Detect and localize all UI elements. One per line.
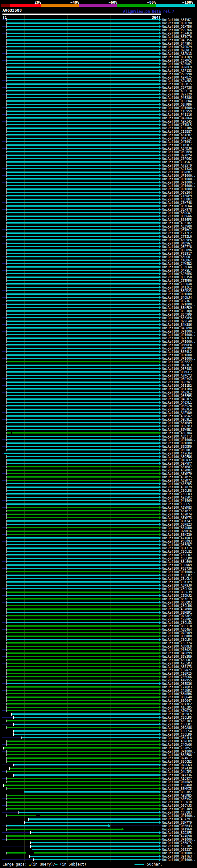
hit-label[interactable]: UniRef100_Q9Z237: [162, 848, 192, 851]
hit-label[interactable]: UniRef100_A9Z0M6: [162, 272, 192, 276]
hit-bar[interactable]: [7, 510, 159, 512]
hit-label[interactable]: UniRef100_C4JND2: [162, 689, 192, 692]
hit-label[interactable]: UniRef100_C4YCU4: [162, 452, 192, 455]
hit-bar[interactable]: [7, 77, 159, 78]
hit-label[interactable]: UniRef100_B9SK07: [162, 62, 192, 66]
hit-label[interactable]: UniRef100_B9TTW3: [162, 855, 192, 858]
hit-bar[interactable]: [7, 544, 159, 545]
hit-label[interactable]: UniRef100_Q0CA88: [162, 726, 192, 730]
hit-label[interactable]: UniRef100_C8CLR4: [162, 638, 192, 641]
hit-label[interactable]: UniRef100_Q95PN4: [162, 99, 192, 103]
hit-bar[interactable]: [7, 612, 159, 613]
hit-bar[interactable]: [7, 795, 159, 796]
hit-label[interactable]: UniRef100_C9EI05: [162, 845, 192, 848]
hit-bar[interactable]: [7, 188, 159, 190]
hit-bar[interactable]: [7, 808, 159, 809]
hit-label[interactable]: UniRef100_Q3THC7: [162, 228, 192, 231]
hit-bar[interactable]: [7, 558, 159, 559]
hit-bar[interactable]: [7, 744, 159, 745]
hit-label[interactable]: UniRef100_Q2I3E8: [162, 337, 192, 340]
hit-bar[interactable]: [7, 754, 159, 755]
hit-label[interactable]: UniRef100_C1BVS9: [162, 110, 192, 113]
hit-label[interactable]: UniRef100_Q4GXL2: [162, 391, 192, 394]
hit-bar[interactable]: [7, 490, 159, 491]
hit-bar[interactable]: [7, 104, 159, 105]
hit-bar[interactable]: [7, 432, 159, 434]
hit-label[interactable]: UniRef100_C5X4C8: [162, 32, 192, 35]
hit-label[interactable]: UniRef100_C5KTP9: [162, 581, 192, 584]
hit-bar[interactable]: [7, 761, 159, 762]
hit-label[interactable]: UniRef100_Q4YYJ6: [162, 773, 192, 777]
hit-bar[interactable]: [32, 849, 159, 850]
hit-bar[interactable]: [7, 530, 159, 532]
hit-label[interactable]: UniRef100_A7AQ98: [162, 834, 192, 838]
hit-label[interactable]: UniRef100_B4IZC2: [162, 286, 192, 289]
hit-label[interactable]: UniRef100_C8CLR7: [162, 553, 192, 557]
hit-label[interactable]: UniRef100_B4LDV0: [162, 327, 192, 330]
hit-bar[interactable]: [7, 595, 159, 596]
hit-bar[interactable]: [7, 263, 159, 264]
hit-label[interactable]: UniRef100_B4FJS6: [162, 38, 192, 42]
hit-label[interactable]: UniRef100_A6YM89: [162, 421, 192, 425]
hit-bar[interactable]: [7, 405, 159, 406]
hit-bar[interactable]: [7, 358, 159, 359]
hit-label[interactable]: UniRef100_Q4T091: [162, 140, 192, 144]
hit-label[interactable]: UniRef100_A9PBZ5: [162, 76, 192, 79]
hit-bar[interactable]: [7, 198, 159, 200]
hit-label[interactable]: UniRef100_B2AWT2: [162, 756, 192, 760]
hit-bar[interactable]: [7, 172, 159, 173]
hit-bar[interactable]: [7, 419, 159, 420]
hit-bar[interactable]: [7, 798, 159, 799]
hit-label[interactable]: UniRef100_A0D0E8: [162, 645, 192, 648]
hit-label[interactable]: UniRef100_C0SG66: [162, 675, 192, 679]
hit-bar[interactable]: [7, 676, 159, 677]
hit-bar[interactable]: [7, 375, 159, 376]
hit-label[interactable]: UniRef100_UPI000..: [162, 357, 195, 360]
hit-bar[interactable]: [7, 551, 159, 552]
hit-bar[interactable]: [7, 100, 159, 102]
hit-bar[interactable]: [7, 591, 159, 593]
hit-label[interactable]: UniRef100_A9PCT0: [162, 89, 192, 93]
hit-bar[interactable]: [7, 165, 159, 166]
hit-label[interactable]: UniRef100_UPI000..: [162, 184, 195, 188]
hit-label[interactable]: UniRef100_Q5I1D2: [162, 384, 192, 388]
hit-bar[interactable]: [7, 70, 159, 71]
hit-bar[interactable]: [7, 436, 159, 437]
hit-bar[interactable]: [7, 209, 159, 210]
hit-bar[interactable]: [7, 368, 159, 369]
hit-bar[interactable]: [7, 39, 159, 41]
hit-bar[interactable]: [7, 710, 159, 711]
hit-bar[interactable]: [7, 23, 159, 24]
hit-label[interactable]: UniRef100_B5Y3U9: [162, 655, 192, 658]
hit-label[interactable]: UniRef100_Q6PBF0: [162, 150, 192, 154]
hit-bar[interactable]: [7, 134, 159, 135]
hit-bar[interactable]: [7, 111, 159, 112]
hit-label[interactable]: UniRef100_C8CLS1: [162, 502, 192, 506]
hit-label[interactable]: UniRef100_A6RFU9: [162, 740, 192, 743]
hit-bar[interactable]: [7, 514, 159, 515]
hit-label[interactable]: UniRef100_UPI000..: [162, 303, 195, 306]
hit-bar[interactable]: [7, 300, 159, 302]
hit-bar[interactable]: [7, 757, 159, 759]
hit-bar[interactable]: [7, 131, 159, 132]
hit-label[interactable]: UniRef100_Q8MUE8: [162, 343, 192, 347]
hit-label[interactable]: UniRef100_Q4GXL1: [162, 401, 192, 404]
hit-label[interactable]: UniRef100_C8CLS2: [162, 550, 192, 553]
hit-label[interactable]: UniRef100_Q75AP7: [162, 614, 192, 618]
hit-label[interactable]: UniRef100_C6EQB3: [162, 811, 192, 814]
hit-bar[interactable]: [7, 331, 159, 332]
hit-bar[interactable]: [7, 598, 159, 599]
hit-bar[interactable]: [7, 629, 159, 630]
hit-bar[interactable]: [7, 429, 159, 430]
hit-bar[interactable]: [7, 646, 159, 647]
hit-bar[interactable]: [7, 829, 122, 830]
hit-bar[interactable]: [31, 845, 159, 847]
hit-bar[interactable]: [7, 625, 159, 627]
hit-bar[interactable]: [14, 734, 159, 735]
hit-label[interactable]: UniRef100_B5FXQ0: [162, 309, 192, 313]
hit-bar[interactable]: [7, 124, 159, 125]
hit-label[interactable]: UniRef100_C0PMC5: [162, 59, 192, 62]
hit-label[interactable]: UniRef100_A0C103: [162, 719, 192, 723]
hit-bar[interactable]: [7, 439, 159, 440]
hit-bar[interactable]: [7, 324, 159, 325]
